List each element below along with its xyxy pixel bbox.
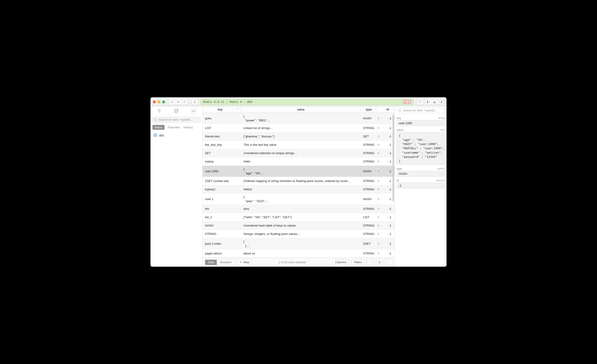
maximize-button[interactable] <box>162 101 165 103</box>
filters-button[interactable]: Filters <box>351 260 364 265</box>
table-row[interactable]: hhidmsSTRING⇅-1 <box>203 205 395 213</box>
cell-type: STRING <box>361 250 377 257</box>
table-row[interactable]: STRINGStrings, integers, or floating-poi… <box>203 230 395 238</box>
sidebar-tab-items[interactable]: Items <box>152 125 165 130</box>
table-row[interactable]: the_last_keyThis is the last key valueST… <box>203 141 395 149</box>
table-row[interactable]: user:1000{ "age" : "34",…HASH⇅-1 <box>203 166 395 177</box>
cell-value: Linked list of strings… <box>241 125 361 132</box>
breadcrumb-bar[interactable]: Redis 4.0.11 : Redis 4 : db0 pro <box>201 99 413 105</box>
type-stepper[interactable]: ⇅ <box>377 113 380 124</box>
query-editor-button[interactable] <box>181 99 188 105</box>
close-button[interactable] <box>153 101 156 103</box>
sidebar-tab-favorites[interactable]: Favorites <box>168 126 180 129</box>
columns-button[interactable]: Columns <box>333 260 349 265</box>
type-stepper[interactable]: ⇅ <box>377 149 380 157</box>
column-header-ttl[interactable]: ttl <box>381 106 395 113</box>
sql-icon[interactable]: SQL <box>191 108 196 113</box>
table-header: key⌃valuetypettl <box>203 106 395 113</box>
cell-value: ["hello", "hhi", "SET", "LIST", "GET"] <box>241 214 361 221</box>
table-row[interactable]: mykey2Hello2STRING⇅-1 <box>203 185 395 194</box>
database-icon[interactable] <box>174 108 179 113</box>
inspector-key-field[interactable]: user:1000⌄ <box>397 120 445 126</box>
cell-key: goku <box>203 115 241 122</box>
type-stepper[interactable]: ⇅ <box>377 238 380 249</box>
breadcrumb-text: Redis 4.0.11 : Redis 4 : db0 <box>203 100 252 103</box>
type-stepper[interactable]: ⇅ <box>377 177 380 185</box>
cell-key: SET <box>203 150 241 157</box>
column-header-value[interactable]: value <box>241 106 361 113</box>
segment-data[interactable]: Data <box>205 260 217 265</box>
column-header-key[interactable]: key⌃ <box>203 106 241 113</box>
cell-value: Unordered hash table of keys to values <box>241 222 361 229</box>
type-stepper[interactable]: ⇅ <box>377 194 380 205</box>
add-row-button[interactable]: ＋Row <box>237 259 252 265</box>
cell-key: list_1 <box>203 214 241 221</box>
chevron-down-icon: ⌄ <box>441 184 443 187</box>
type-stepper[interactable]: ⇅ <box>377 166 380 177</box>
tree-item-db0[interactable]: db0 <box>153 133 200 138</box>
type-stepper[interactable]: ⇅ <box>377 249 380 257</box>
svg-line-28 <box>400 111 401 111</box>
titlebar: Redis 4.0.11 : Redis 4 : db0 pro <box>151 97 446 106</box>
type-stepper[interactable]: ⇅ <box>377 141 380 149</box>
svg-point-2 <box>177 101 180 103</box>
table-row[interactable]: post:1:votes[ {…ZSET⇅-1 <box>203 238 395 249</box>
cell-type: HASH <box>361 168 377 175</box>
inspector-hint-key: string <box>438 117 445 120</box>
table-row[interactable]: ZSET (sorted set)Ordered mapping of stri… <box>203 177 395 185</box>
type-stepper[interactable]: ⇅ <box>377 213 380 221</box>
selection-status: 1 of 20 rows selected <box>254 261 330 264</box>
cell-type: SET <box>361 133 377 140</box>
connection-icon[interactable] <box>157 108 162 113</box>
table-row[interactable]: friends:leto["ghanima;", "duncan;"]SET⇅-… <box>203 132 395 141</box>
vertical-scrollbar[interactable] <box>393 115 394 201</box>
cell-value: This is the last key value <box>241 141 361 148</box>
inspector-ttl-field[interactable]: -1⌄ <box>397 183 445 189</box>
type-stepper[interactable]: ⇅ <box>377 185 380 193</box>
preview-button[interactable] <box>175 99 181 105</box>
cell-value: Unordered collection of unique strings… <box>241 150 361 157</box>
type-stepper[interactable]: ⇅ <box>377 222 380 229</box>
sidebar-tab-history[interactable]: History <box>183 126 193 129</box>
type-stepper[interactable]: ⇅ <box>377 132 380 141</box>
type-stepper[interactable]: ⇅ <box>377 157 380 166</box>
table-body[interactable]: goku{ "power" : "9001"…HASH⇅-1LISTLinked… <box>203 113 395 258</box>
table-row[interactable]: user:1{ "year" : "2015",…HASH⇅-1 <box>203 194 395 205</box>
table-row[interactable]: HASHUnordered hash table of keys to valu… <box>203 222 395 230</box>
cell-ttl: -1 <box>381 214 395 221</box>
stop-query-button[interactable] <box>169 99 175 105</box>
sidebar-search-input[interactable]: Search for item: ^name$… <box>152 117 201 123</box>
type-stepper[interactable]: ⇅ <box>377 124 380 132</box>
tree-item-label: db0 <box>159 134 164 137</box>
table-row[interactable]: list_1["hello", "hhi", "SET", "LIST", "G… <box>203 213 395 222</box>
sort-ascending-icon: ⌃ <box>237 108 239 111</box>
column-header-type[interactable]: type <box>361 106 377 113</box>
prev-page-button[interactable]: 〈 <box>367 259 374 265</box>
cell-ttl: -1 <box>381 240 395 247</box>
inspector-value-field[interactable]: { "age" : "34", "HSET" : "user:1000", "H… <box>397 132 445 165</box>
inspector-hint-type: option <box>437 167 445 170</box>
cell-type: STRING <box>361 178 377 185</box>
toggle-bottom-panel-button[interactable] <box>431 99 438 105</box>
table-row[interactable]: goku{ "power" : "9001"…HASH⇅-1 <box>203 113 395 124</box>
inspector-search-input[interactable]: Search for field: ^name$… <box>397 108 445 113</box>
table-row[interactable]: mykeyHelloSTRING⇅-1 <box>203 157 395 166</box>
type-stepper[interactable]: ⇅ <box>377 230 380 238</box>
toggle-right-panel-button[interactable] <box>438 99 444 105</box>
cell-key: post:1:votes <box>203 240 241 247</box>
table-row[interactable]: LISTLinked list of strings…STRING⇅-1 <box>203 124 395 132</box>
toggle-left-panel-button[interactable] <box>425 99 432 105</box>
lock-button[interactable] <box>191 99 198 105</box>
table-row[interactable]: pages:aboutabout usSTRING⇅-1 <box>203 249 395 258</box>
refresh-button[interactable] <box>417 99 424 105</box>
svg-point-15 <box>155 119 156 120</box>
inspector-type-field[interactable]: HASH⌄ <box>397 171 445 177</box>
minimize-button[interactable] <box>157 101 160 103</box>
page-settings-button[interactable] <box>376 260 383 265</box>
cell-key: STRING <box>203 230 241 237</box>
type-stepper[interactable]: ⇅ <box>377 205 380 213</box>
table-row[interactable]: SETUnordered collection of unique string… <box>203 149 395 157</box>
segment-structure[interactable]: Structure <box>217 260 234 265</box>
next-page-button[interactable]: 〉 <box>385 259 392 265</box>
svg-line-1 <box>171 101 173 103</box>
